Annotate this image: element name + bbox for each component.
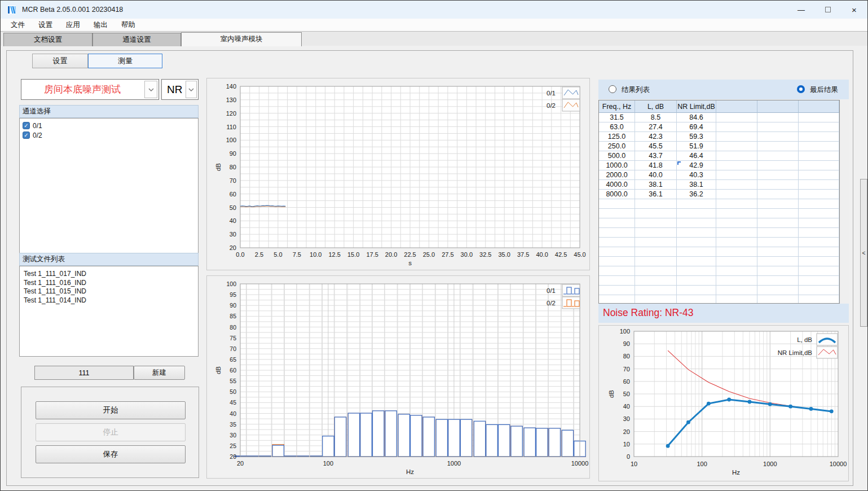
new-button[interactable]: 新建	[134, 366, 185, 380]
nr-curve-chart: 010203040506070809010010100100010000HzdB…	[598, 325, 849, 481]
table-row[interactable]: 31.58.584.6	[599, 113, 839, 122]
table-row[interactable]	[599, 266, 839, 276]
table-cell	[757, 199, 799, 209]
test-type-combo[interactable]: 房间本底噪声测试	[21, 79, 159, 100]
svg-text:60: 60	[230, 367, 236, 374]
table-cell	[716, 122, 757, 132]
maximize-button[interactable]	[814, 1, 841, 19]
table-cell	[716, 257, 757, 266]
svg-text:20: 20	[237, 460, 244, 467]
table-cell: 1000.0	[599, 161, 635, 170]
table-cell: 500.0	[599, 151, 635, 161]
table-cell	[635, 228, 677, 238]
menu-item-1[interactable]: 设置	[32, 19, 59, 31]
table-row[interactable]: 4000.038.138.1	[599, 180, 839, 190]
table-row[interactable]: 63.027.469.4	[599, 122, 839, 132]
subtab-measure[interactable]: 测量	[88, 54, 162, 68]
channel-listbox[interactable]: ✓0/1✓0/2	[19, 118, 199, 253]
test-file-item[interactable]: Test 1_111_016_IND	[20, 279, 198, 288]
table-cell	[677, 266, 716, 276]
table-row[interactable]	[599, 286, 839, 295]
svg-text:100: 100	[323, 460, 333, 467]
channel-item-0-1[interactable]: ✓0/1	[20, 121, 198, 130]
svg-text:120: 120	[226, 110, 236, 117]
svg-text:75: 75	[230, 335, 236, 341]
table-cell	[677, 247, 716, 257]
table-cell	[599, 228, 635, 238]
svg-text:Hz: Hz	[732, 469, 740, 476]
table-row[interactable]	[599, 257, 839, 266]
menu-item-4[interactable]: 帮助	[114, 19, 142, 31]
svg-text:dB: dB	[608, 390, 615, 398]
stop-button[interactable]: 停止	[36, 423, 186, 441]
table-cell	[799, 228, 839, 238]
last-result-radio[interactable]	[797, 85, 805, 93]
start-button[interactable]: 开始	[36, 401, 186, 419]
svg-text:40: 40	[623, 403, 630, 410]
table-cell	[757, 122, 799, 132]
test-file-item[interactable]: Test 1_111_015_IND	[20, 287, 198, 296]
checkbox-icon[interactable]: ✓	[23, 122, 30, 129]
table-row[interactable]	[599, 228, 839, 238]
table-row[interactable]	[599, 199, 839, 209]
table-row[interactable]: 2000.040.040.3	[599, 170, 839, 180]
result-table[interactable]: Freq., HzL, dBNR Limit,dB31.58.584.663.0…	[598, 100, 840, 304]
table-cell	[599, 247, 635, 257]
table-row[interactable]: 125.042.359.3	[599, 132, 839, 142]
test-file-listbox[interactable]: Test 1_111_017_INDTest 1_111_016_INDTest…	[19, 266, 199, 357]
svg-text:10: 10	[623, 441, 630, 448]
table-cell	[599, 209, 635, 218]
table-cell	[757, 190, 799, 199]
svg-text:27.5: 27.5	[442, 251, 453, 258]
table-cell	[635, 218, 677, 228]
chevron-down-icon[interactable]	[186, 81, 197, 98]
table-row[interactable]: 500.043.746.4	[599, 151, 839, 161]
table-cell	[757, 295, 799, 304]
checkbox-icon[interactable]: ✓	[23, 131, 30, 139]
test-file-item[interactable]: Test 1_111_017_IND	[20, 270, 198, 279]
table-row[interactable]: 8000.036.136.2	[599, 190, 839, 199]
close-button[interactable]: ×	[841, 1, 867, 19]
table-cell	[799, 276, 839, 286]
channel-label: 0/1	[33, 122, 42, 130]
result-list-radio[interactable]	[609, 85, 616, 93]
table-row[interactable]	[599, 295, 839, 304]
table-cell: 40.3	[677, 170, 716, 180]
table-cell	[757, 161, 799, 170]
table-cell	[677, 257, 716, 266]
tab-channel-settings[interactable]: 通道设置	[92, 33, 181, 46]
subtab-settings[interactable]: 设置	[32, 54, 88, 68]
table-cell	[799, 170, 839, 180]
table-row[interactable]	[599, 209, 839, 218]
rating-type-combo[interactable]: NR	[161, 79, 199, 100]
table-cell: 45.5	[635, 142, 677, 151]
collapse-panel-handle[interactable]: <	[860, 179, 867, 327]
chevron-down-icon[interactable]	[144, 81, 157, 98]
table-row[interactable]	[599, 276, 839, 286]
table-row[interactable]	[599, 218, 839, 228]
table-row[interactable]	[599, 247, 839, 257]
menu-item-2[interactable]: 应用	[59, 19, 87, 31]
tab-doc-settings[interactable]: 文档设置	[3, 33, 92, 46]
channel-item-0-2[interactable]: ✓0/2	[20, 130, 198, 140]
test-file-item[interactable]: Test 1_111_014_IND	[20, 296, 198, 305]
table-cell	[677, 286, 716, 295]
table-cell	[716, 218, 757, 228]
module-tabstrip: 文档设置通道设置室内噪声模块	[1, 31, 867, 46]
menu-item-3[interactable]: 输出	[87, 19, 114, 31]
svg-text:s: s	[408, 260, 412, 266]
svg-text:0/1: 0/1	[547, 287, 556, 294]
svg-text:20: 20	[230, 244, 236, 251]
file-name-input[interactable]	[34, 366, 134, 380]
table-cell	[599, 286, 635, 295]
table-row[interactable]	[599, 238, 839, 247]
tab-indoor-noise[interactable]: 室内噪声模块	[181, 32, 302, 46]
save-button[interactable]: 保存	[36, 445, 186, 463]
minimize-button[interactable]: —	[788, 1, 814, 19]
table-cell	[599, 199, 635, 209]
table-row[interactable]: 1000.041.842.9	[599, 161, 839, 170]
svg-text:17.5: 17.5	[366, 251, 378, 258]
table-cell	[799, 295, 839, 304]
table-row[interactable]: 250.045.551.9	[599, 142, 839, 151]
menu-item-0[interactable]: 文件	[4, 19, 32, 31]
